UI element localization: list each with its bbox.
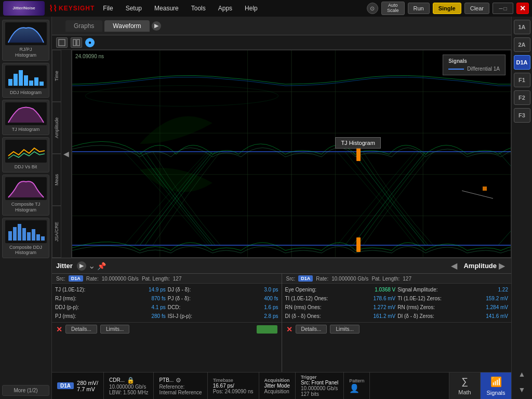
time-label[interactable]: Time — [52, 50, 61, 102]
menu-setup[interactable]: Setup — [122, 4, 146, 13]
jsa-label[interactable]: JSA/CRE — [52, 206, 61, 258]
jitter-header: Src: D1A Rate: 10.000000 Gb/s Pat. Lengt… — [52, 274, 282, 284]
right-scroll-up[interactable]: ▲ — [516, 368, 528, 380]
voltage-mv1: 280 mV/ — [77, 380, 98, 386]
ch-f3-button[interactable]: F3 — [514, 108, 530, 123]
waveform-play-button[interactable]: ▶ — [152, 21, 161, 31]
eye-opening-label: Eye Opening: — [285, 286, 339, 294]
meas-label[interactable]: Meas — [52, 154, 61, 206]
expand-down-button[interactable]: ⌄ — [88, 261, 95, 271]
ddj-label: DDJ Histogram — [5, 90, 47, 96]
sidebar-item-tj[interactable]: TJ Histogram — [2, 100, 49, 135]
di-zeros-label: DI (δ - δ) Zeros: — [397, 312, 451, 320]
jitter-limits-button[interactable]: Limits... — [100, 325, 129, 334]
sidebar-item-rjpj[interactable]: RJ/PJHistogram — [2, 20, 49, 61]
trigger-label: Trigger — [301, 375, 338, 380]
sidebar-item-compddj[interactable]: Composite DDJ Histogram — [2, 218, 49, 259]
grid-single-button[interactable] — [56, 37, 68, 48]
svg-rect-3 — [24, 75, 28, 86]
isij-value: 2.8 ps — [224, 312, 278, 320]
jitter-panel: Src: D1A Rate: 10.000000 Gb/s Pat. Lengt… — [52, 274, 282, 372]
bottom-panel: Jitter ▶ ⌄ 📌 ◀ Amplitude ▶ Src: D1A Rate… — [52, 258, 511, 372]
clear-button[interactable]: Clear — [464, 3, 489, 14]
svg-rect-32 — [356, 237, 361, 252]
sidebar-item-ddj[interactable]: DDJ Histogram — [2, 63, 49, 98]
signals-title: Signals — [448, 58, 500, 64]
tab-bar: Graphs Waveform ▶ — [52, 17, 511, 35]
dj-label: DJ (δ - δ): — [168, 286, 222, 294]
di-ones-value: 161.2 mV — [341, 312, 395, 320]
math-button[interactable]: ∑ Math — [449, 373, 480, 400]
jitter-tab-label: Jitter — [56, 262, 73, 270]
svg-rect-34 — [483, 187, 487, 191]
svg-rect-11 — [27, 232, 31, 241]
ch-1a-button[interactable]: 1A — [514, 20, 530, 34]
ch-2a-button[interactable]: 2A — [514, 37, 530, 52]
amp-pat-label: Pat. Length: — [371, 276, 400, 282]
pjrms-label: PJ (rms): — [55, 312, 109, 320]
rjpj-thumb — [5, 22, 47, 45]
collapse-button[interactable]: ◀ — [61, 50, 72, 258]
menu-measure[interactable]: Measure — [150, 4, 183, 13]
scope-display: Signals Differential 1A TJ Histogram 24.… — [72, 50, 511, 258]
pattern-status: Pattern 👤 — [344, 373, 370, 399]
sidebar-item-comptj[interactable]: Composite TJ Histogram — [2, 175, 49, 216]
auto-scale-button[interactable]: Auto Scale — [381, 2, 405, 15]
svg-line-33 — [462, 191, 493, 198]
more-button[interactable]: More (1/2) — [2, 385, 49, 396]
sig-amp-value: 1.22 — [454, 286, 508, 294]
sidebar-item-ddjvsbit[interactable]: DDJ Vs Bit — [2, 137, 49, 172]
svg-rect-4 — [29, 81, 33, 86]
jitter-rate-label: Rate: — [86, 276, 99, 282]
tab-graphs[interactable]: Graphs — [65, 20, 102, 32]
svg-rect-31 — [356, 147, 361, 161]
isij-label: ISI-J (p-p): — [168, 312, 222, 320]
ch-f2-button[interactable]: F2 — [514, 90, 530, 105]
run-button[interactable]: Run — [408, 3, 430, 14]
trigger-status: Trigger Src: Front Panel 10.000000 Gb/s … — [296, 373, 344, 399]
jitter-status-indicator — [257, 325, 277, 334]
amplitude-side-label[interactable]: Amplitude — [52, 102, 61, 154]
ch-d1a-button[interactable]: D1A — [514, 55, 530, 70]
grid-dual-button[interactable] — [71, 37, 82, 48]
cdr-status: CDR... 🔒 10.000000 Gb/s LBW: 1.500 MHz — [104, 373, 154, 399]
jitter-details-button[interactable]: Details... — [65, 325, 97, 334]
menu-tools[interactable]: Tools — [187, 4, 210, 13]
signals-button[interactable]: 📶 Signals — [480, 373, 511, 400]
amplitude-details-button[interactable]: Details... — [296, 325, 327, 334]
nav-right-arrow[interactable]: ▶ — [497, 261, 507, 271]
single-button[interactable]: Single — [433, 3, 461, 14]
dj-value: 3.0 ps — [224, 286, 278, 294]
compddj-label: Composite DDJ Histogram — [5, 245, 47, 256]
amplitude-close-button[interactable]: ✕ — [286, 325, 292, 334]
menu-file[interactable]: File — [99, 4, 117, 13]
ch-f1-button[interactable]: F1 — [514, 73, 530, 87]
window-controls[interactable]: ─ □ — [493, 3, 513, 14]
sig-amp-label: Signal Amplitude: — [397, 286, 451, 294]
search-button[interactable]: ⊙ — [367, 3, 378, 14]
jitter-src-label: Src: — [56, 276, 65, 282]
signals-legend: Signals Differential 1A — [443, 55, 506, 75]
ptb-status: PTB... ⚙ Reference: Internal Reference — [154, 373, 207, 399]
rj-value: 870 fs — [111, 295, 165, 302]
pin-button[interactable]: 📌 — [97, 262, 106, 270]
right-scroll-down[interactable]: ▼ — [516, 383, 528, 396]
ptb-internal: Internal Reference — [159, 390, 202, 395]
eye-opening-value: 1.0368 V — [341, 286, 395, 294]
nav-left-arrow[interactable]: ◀ — [449, 261, 459, 271]
close-button[interactable]: ✕ — [516, 3, 529, 14]
tj-value: 14.9 ps — [111, 286, 165, 294]
ptb-label: PTB... — [159, 377, 174, 383]
menu-apps[interactable]: Apps — [214, 4, 236, 13]
signals-icon: 📶 — [490, 376, 502, 388]
di-zeros-value: 141.6 mV — [454, 312, 508, 320]
amplitude-panel: Src: D1A Rate: 10.000000 Gb/s Pat. Lengt… — [282, 274, 512, 372]
jitter-close-button[interactable]: ✕ — [56, 325, 62, 334]
acq-label: Acquisition — [264, 378, 290, 383]
ddj-label: DDJ (p-p): — [55, 303, 109, 311]
jitter-play-button[interactable]: ▶ — [77, 261, 86, 271]
amplitude-limits-button[interactable]: Limits... — [330, 325, 359, 334]
amplitude-header: Src: D1A Rate: 10.000000 Gb/s Pat. Lengt… — [282, 274, 512, 284]
menu-help[interactable]: Help — [241, 4, 262, 13]
channel-indicator[interactable]: ● — [85, 38, 95, 47]
